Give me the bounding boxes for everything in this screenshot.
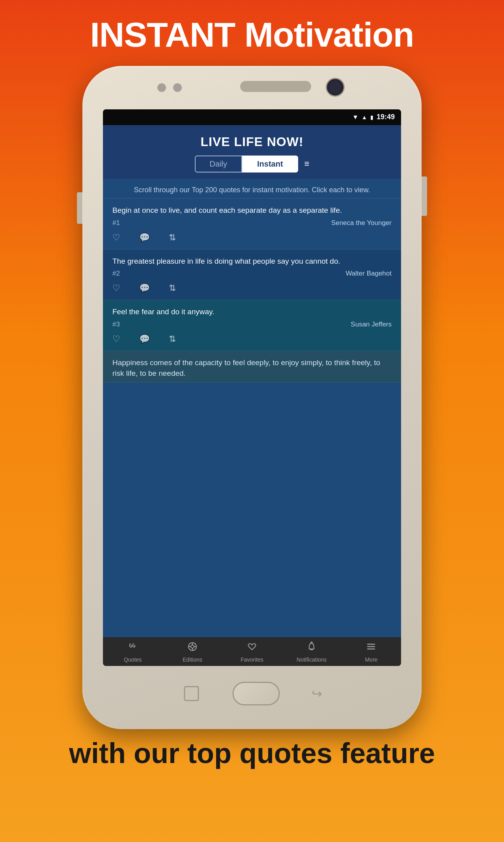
comment-button-1[interactable]: 💬 bbox=[139, 233, 150, 243]
signal-icon: ▲ bbox=[362, 114, 367, 120]
quote-actions-3: ♡ 💬 ⇅ bbox=[112, 332, 392, 347]
quotes-icon bbox=[127, 641, 138, 655]
nav-item-favorites[interactable]: Favorites bbox=[222, 641, 282, 663]
battery-icon: ▮ bbox=[370, 114, 373, 120]
like-button-1[interactable]: ♡ bbox=[112, 233, 120, 243]
nav-item-quotes[interactable]: Quotes bbox=[103, 641, 162, 663]
nav-item-editions[interactable]: Editions bbox=[162, 641, 222, 663]
nav-item-notifications[interactable]: Notifications bbox=[282, 641, 342, 663]
sensor-dot-1 bbox=[157, 83, 166, 92]
quote-text-1: Begin at once to live, and count each se… bbox=[112, 205, 392, 216]
phone-sensors bbox=[157, 83, 182, 92]
quote-number-2: #2 bbox=[112, 270, 120, 278]
volume-button bbox=[77, 192, 82, 224]
nav-label-editions: Editions bbox=[183, 656, 202, 663]
quote-actions-2: ♡ 💬 ⇅ bbox=[112, 281, 392, 296]
nav-label-more: More bbox=[365, 656, 377, 663]
quotes-scroll-area[interactable]: Scroll through our Top 200 quotes for in… bbox=[103, 179, 401, 637]
status-bar: ▼ ▲ ▮ 19:49 bbox=[103, 109, 401, 125]
nav-item-more[interactable]: More bbox=[342, 641, 401, 663]
quote-author-1: Seneca the Younger bbox=[331, 219, 392, 227]
phone-device: ▼ ▲ ▮ 19:49 LIVE LIFE NOW! Daily Instant… bbox=[82, 66, 422, 729]
svg-point-1 bbox=[191, 645, 194, 648]
phone-hardware-nav: ↩ bbox=[182, 682, 322, 705]
quote-card-2[interactable]: The greatest pleasure in life is doing w… bbox=[103, 249, 401, 300]
tagline: with our top quotes feature bbox=[45, 729, 459, 782]
status-time: 19:49 bbox=[377, 113, 395, 121]
quote-author-2: Walter Bagehot bbox=[345, 270, 392, 278]
power-button bbox=[422, 176, 427, 216]
quote-card-partial[interactable]: Happiness comes of the capacity to feel … bbox=[103, 351, 401, 383]
like-button-3[interactable]: ♡ bbox=[112, 334, 120, 344]
notifications-icon bbox=[306, 641, 317, 655]
quote-meta-1: #1 Seneca the Younger bbox=[112, 219, 392, 227]
more-icon bbox=[366, 641, 377, 655]
recent-apps-icon bbox=[184, 686, 199, 701]
quote-text-partial: Happiness comes of the capacity to feel … bbox=[112, 357, 392, 379]
quote-actions-1: ♡ 💬 ⇅ bbox=[112, 231, 392, 246]
share-button-1[interactable]: ⇅ bbox=[169, 233, 176, 243]
phone-screen: ▼ ▲ ▮ 19:49 LIVE LIFE NOW! Daily Instant… bbox=[103, 109, 401, 666]
nav-label-quotes: Quotes bbox=[124, 656, 142, 663]
tab-daily[interactable]: Daily bbox=[195, 156, 242, 173]
app-title: LIVE LIFE NOW! bbox=[111, 135, 393, 149]
tab-instant[interactable]: Instant bbox=[242, 156, 298, 173]
tab-bar: Daily Instant ≡ bbox=[111, 156, 393, 173]
nav-label-favorites: Favorites bbox=[241, 656, 263, 663]
quote-meta-2: #2 Walter Bagehot bbox=[112, 270, 392, 278]
nav-label-notifications: Notifications bbox=[297, 656, 327, 663]
sensor-dot-2 bbox=[173, 83, 182, 92]
share-button-2[interactable]: ⇅ bbox=[169, 283, 176, 293]
back-button[interactable]: ↩ bbox=[312, 686, 322, 701]
share-button-3[interactable]: ⇅ bbox=[169, 334, 176, 344]
like-button-2[interactable]: ♡ bbox=[112, 283, 120, 293]
phone-body: ▼ ▲ ▮ 19:49 LIVE LIFE NOW! Daily Instant… bbox=[82, 66, 422, 729]
app-bottom-nav: Quotes Editions bbox=[103, 637, 401, 666]
recent-apps-button[interactable] bbox=[182, 684, 201, 703]
front-camera bbox=[326, 78, 345, 97]
comment-button-3[interactable]: 💬 bbox=[139, 334, 150, 344]
headline: INSTANT Motivation bbox=[66, 0, 437, 62]
comment-button-2[interactable]: 💬 bbox=[139, 283, 150, 293]
phone-speaker bbox=[240, 81, 311, 92]
list-view-icon[interactable]: ≡ bbox=[304, 159, 310, 169]
quote-text-2: The greatest pleasure in life is doing w… bbox=[112, 256, 392, 267]
app-header: LIVE LIFE NOW! Daily Instant ≡ bbox=[103, 125, 401, 179]
quote-number-3: #3 bbox=[112, 321, 120, 328]
editions-icon bbox=[187, 641, 198, 655]
quote-card-1[interactable]: Begin at once to live, and count each se… bbox=[103, 199, 401, 249]
favorites-icon bbox=[246, 641, 258, 655]
home-button[interactable] bbox=[233, 682, 280, 705]
wifi-icon: ▼ bbox=[352, 114, 358, 121]
quote-meta-3: #3 Susan Jeffers bbox=[112, 321, 392, 328]
quote-text-3: Feel the fear and do it anyway. bbox=[112, 306, 392, 317]
quote-number-1: #1 bbox=[112, 219, 120, 227]
scroll-hint: Scroll through our Top 200 quotes for in… bbox=[103, 179, 401, 199]
quote-card-3[interactable]: Feel the fear and do it anyway. #3 Susan… bbox=[103, 300, 401, 351]
quote-author-3: Susan Jeffers bbox=[351, 321, 392, 328]
